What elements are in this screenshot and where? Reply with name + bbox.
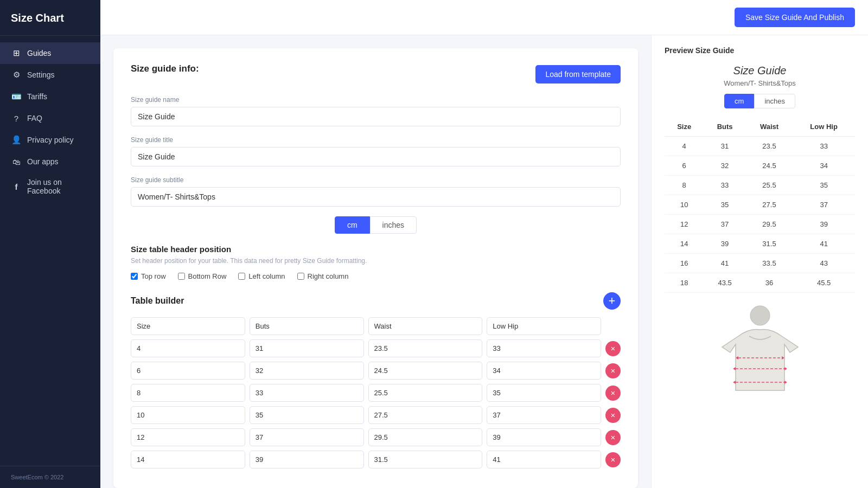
- sidebar-item-our-apps[interactable]: 🛍 Our apps: [0, 151, 100, 172]
- delete-row-3-button[interactable]: ×: [605, 408, 621, 423]
- title-input[interactable]: [131, 147, 621, 166]
- row-5-col-0-input[interactable]: [131, 451, 245, 468]
- title-group: Size guide title: [131, 136, 621, 166]
- row-3-col-3-input[interactable]: [487, 406, 601, 424]
- checkbox-left-col-input[interactable]: [238, 273, 245, 280]
- guides-icon: ⊞: [11, 48, 22, 59]
- checkbox-bottom-row-label: Bottom Row: [188, 272, 227, 280]
- preview-table-cell: 33: [793, 137, 855, 156]
- row-4-col-1-input[interactable]: [250, 428, 364, 446]
- preview-table-row: 143931.541: [665, 234, 855, 254]
- delete-row-0-button[interactable]: ×: [605, 341, 621, 356]
- preview-table-cell: 6: [665, 156, 704, 176]
- row-2-col-3-input[interactable]: [487, 384, 601, 402]
- row-0-col-2-input[interactable]: [368, 339, 483, 357]
- unit-inches-button[interactable]: inches: [370, 216, 417, 234]
- delete-row-2-button[interactable]: ×: [605, 386, 621, 401]
- preview-table-cell: 27.5: [746, 195, 793, 215]
- preview-table-cell: 37: [704, 215, 745, 234]
- row-1-col-3-input[interactable]: [487, 362, 601, 380]
- preview-table-cell: 31: [704, 137, 745, 156]
- row-5-col-1-input[interactable]: [250, 451, 364, 468]
- settings-icon: ⚙: [11, 69, 22, 80]
- unit-cm-button[interactable]: cm: [335, 216, 370, 234]
- row-2-col-2-input[interactable]: [368, 384, 483, 402]
- preview-table-header: SizeButsWaistLow Hip: [665, 117, 855, 137]
- row-2-col-1-input[interactable]: [250, 384, 364, 402]
- sidebar-item-faq[interactable]: ? FAQ: [0, 107, 100, 129]
- sidebar-item-settings[interactable]: ⚙ Settings: [0, 64, 100, 86]
- sidebar-nav: ⊞ Guides ⚙ Settings 🪪 Tariffs ? FAQ 👤 Pr…: [0, 36, 100, 466]
- save-button[interactable]: Save Size Guide And Publish: [735, 8, 855, 27]
- preview-table-cell: 25.5: [746, 176, 793, 195]
- checkbox-right-col-label: Right column: [308, 272, 349, 280]
- row-4-col-2-input[interactable]: [368, 428, 483, 446]
- preview-table-cell: 37: [793, 195, 855, 215]
- subtitle-input[interactable]: [131, 187, 621, 207]
- row-0-col-1-input[interactable]: [250, 339, 364, 357]
- checkbox-left-col[interactable]: Left column: [238, 272, 285, 280]
- header-size-input[interactable]: [131, 317, 245, 335]
- sidebar-item-privacy[interactable]: 👤 Privacy policy: [0, 129, 100, 151]
- table-rows-container: ××××××: [131, 339, 621, 468]
- sidebar-item-label-facebook: Join us on Facebook: [27, 178, 90, 195]
- preview-unit-cm-button[interactable]: cm: [724, 94, 754, 108]
- add-row-button[interactable]: +: [603, 292, 621, 310]
- row-3-col-0-input[interactable]: [131, 406, 245, 424]
- subtitle-group: Size guide subtitle: [131, 176, 621, 207]
- header-waist-input[interactable]: [368, 317, 483, 335]
- preview-table-row: 43123.533: [665, 137, 855, 156]
- preview-table-cell: 35: [704, 195, 745, 215]
- row-1-col-0-input[interactable]: [131, 362, 245, 380]
- sidebar-item-label-faq: FAQ: [27, 114, 42, 123]
- row-4-col-0-input[interactable]: [131, 428, 245, 446]
- name-input[interactable]: [131, 107, 621, 126]
- preview-table-cell: 8: [665, 176, 704, 195]
- content-area: Size guide info: Load from template Size…: [100, 35, 868, 488]
- row-4-col-3-input[interactable]: [487, 428, 601, 446]
- table-header-row: [131, 317, 621, 335]
- tariffs-icon: 🪪: [11, 91, 22, 102]
- row-3-col-1-input[interactable]: [250, 406, 364, 424]
- sidebar-item-label-apps: Our apps: [27, 157, 59, 166]
- row-3-col-2-input[interactable]: [368, 406, 483, 424]
- row-1-col-1-input[interactable]: [250, 362, 364, 380]
- checkbox-top-row-input[interactable]: [131, 273, 138, 280]
- delete-row-5-button[interactable]: ×: [605, 452, 621, 467]
- checkbox-bottom-row[interactable]: Bottom Row: [178, 272, 227, 280]
- preview-table-body: 43123.53363224.53483325.535103527.537123…: [665, 137, 855, 293]
- sidebar-item-tariffs[interactable]: 🪪 Tariffs: [0, 86, 100, 107]
- row-2-col-0-input[interactable]: [131, 384, 245, 402]
- row-5-col-2-input[interactable]: [368, 451, 483, 468]
- header-buts-input[interactable]: [250, 317, 364, 335]
- preview-table-cell: 4: [665, 137, 704, 156]
- checkbox-row: Top row Bottom Row Left column Righ: [131, 272, 621, 280]
- header-lowhip-input[interactable]: [487, 317, 601, 335]
- delete-row-4-button[interactable]: ×: [605, 430, 621, 445]
- checkbox-bottom-row-input[interactable]: [178, 273, 185, 280]
- delete-row-1-button[interactable]: ×: [605, 363, 621, 378]
- load-template-button[interactable]: Load from template: [535, 65, 621, 84]
- sidebar-item-guides[interactable]: ⊞ Guides: [0, 42, 100, 64]
- preview-table-cell: 24.5: [746, 156, 793, 176]
- preview-table-cell: 14: [665, 234, 704, 254]
- main-content: Save Size Guide And Publish Size guide i…: [100, 0, 868, 488]
- checkbox-right-col-input[interactable]: [297, 273, 304, 280]
- preview-title: Preview Size Guide: [665, 46, 855, 55]
- row-5-col-3-input[interactable]: [487, 451, 601, 468]
- preview-table-cell: 33: [704, 176, 745, 195]
- svg-marker-9: [784, 381, 787, 384]
- checkbox-top-row[interactable]: Top row: [131, 272, 166, 280]
- checkbox-right-col[interactable]: Right column: [297, 272, 349, 280]
- privacy-icon: 👤: [11, 134, 22, 145]
- checkbox-left-col-label: Left column: [248, 272, 285, 280]
- row-0-col-0-input[interactable]: [131, 339, 245, 357]
- preview-table-cell: 41: [704, 254, 745, 273]
- preview-unit-inches-button[interactable]: inches: [754, 94, 795, 108]
- preview-table-cell: 16: [665, 254, 704, 273]
- sidebar-item-facebook[interactable]: f Join us on Facebook: [0, 172, 100, 201]
- row-1-col-2-input[interactable]: [368, 362, 483, 380]
- row-0-col-3-input[interactable]: [487, 339, 601, 357]
- sidebar-item-label-settings: Settings: [27, 70, 55, 79]
- preview-table-row: 103527.537: [665, 195, 855, 215]
